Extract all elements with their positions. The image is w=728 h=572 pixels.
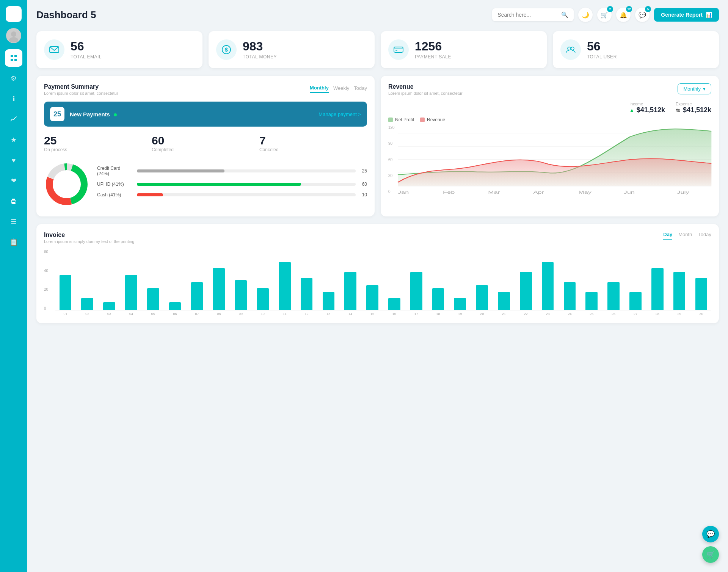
pbar-val-upi: 60 bbox=[359, 182, 367, 187]
x-label-26: 26 bbox=[604, 312, 624, 316]
svg-rect-11 bbox=[12, 199, 15, 201]
sidebar-item-heart[interactable]: ♥ bbox=[5, 152, 22, 169]
pbar-label-upi: UPI ID (41%) bbox=[97, 182, 133, 187]
x-label-22: 22 bbox=[516, 312, 536, 316]
pbar-val-cash: 10 bbox=[359, 192, 367, 197]
bar-27 bbox=[629, 292, 642, 310]
chat-badge: 5 bbox=[645, 6, 651, 12]
tab-day[interactable]: Day bbox=[663, 232, 672, 240]
bar-09 bbox=[235, 280, 247, 310]
bar-01 bbox=[60, 275, 72, 310]
cart-fab-icon: 🛒 bbox=[706, 550, 715, 559]
bar-chart-icon: 📊 bbox=[706, 12, 712, 18]
middle-row: Payment Summary Lorem ipsum dolor sit am… bbox=[36, 76, 719, 216]
x-label-25: 25 bbox=[582, 312, 602, 316]
x-label-05: 05 bbox=[143, 312, 163, 316]
bar-26 bbox=[607, 282, 620, 310]
bar-30 bbox=[695, 278, 708, 310]
bar-18 bbox=[432, 288, 444, 310]
bar-col-08 bbox=[209, 250, 229, 310]
support-fab[interactable]: 💬 bbox=[702, 526, 719, 542]
donut-chart bbox=[44, 161, 89, 207]
income-amount: $41,512k bbox=[637, 106, 665, 114]
revenue-chart-wrap: 120 90 60 30 0 bbox=[388, 125, 711, 209]
pbar-val-credit: 25 bbox=[359, 168, 367, 174]
sidebar-item-print[interactable] bbox=[5, 193, 22, 210]
svg-rect-2 bbox=[10, 15, 13, 18]
bell-button[interactable]: 🔔 12 bbox=[616, 8, 631, 22]
payment-bars: Credit Card (24%) 25 UPI ID (41%) 60 bbox=[97, 166, 367, 203]
y-label-0: 0 bbox=[388, 190, 395, 194]
bar-19 bbox=[454, 298, 466, 310]
avatar[interactable] bbox=[6, 28, 21, 43]
header: Dashboard 5 🔍 🌙 🛒 2 🔔 12 💬 5 Gen bbox=[36, 8, 719, 22]
search-box: 🔍 bbox=[492, 8, 574, 21]
invoice-tabs: Day Month Today bbox=[663, 232, 711, 240]
invoice-info: Invoice Lorem ipsum is simply dummy text… bbox=[44, 232, 134, 244]
sidebar-item-heart2[interactable]: ❤ bbox=[5, 172, 22, 190]
svg-rect-16 bbox=[394, 47, 403, 52]
bar-col-30 bbox=[691, 250, 711, 310]
bar-col-07 bbox=[187, 250, 207, 310]
canceled-number: 7 bbox=[259, 134, 367, 147]
tab-weekly[interactable]: Weekly bbox=[333, 84, 349, 92]
svg-text:$: $ bbox=[225, 47, 228, 53]
bar-col-29 bbox=[669, 250, 689, 310]
x-label-16: 16 bbox=[384, 312, 404, 316]
sidebar-item-menu[interactable]: ☰ bbox=[5, 213, 22, 230]
revenue-dropdown[interactable]: Monthly ▾ bbox=[678, 83, 711, 94]
x-label-23: 23 bbox=[538, 312, 558, 316]
bar-03 bbox=[103, 302, 115, 310]
svg-rect-8 bbox=[11, 59, 13, 61]
x-label-18: 18 bbox=[428, 312, 448, 316]
cart-fab[interactable]: 🛒 bbox=[702, 546, 719, 563]
revenue-chart-inner: 120 90 60 30 0 bbox=[388, 125, 711, 209]
bell-icon: 🔔 bbox=[620, 11, 627, 19]
bar-col-24 bbox=[560, 250, 580, 310]
x-label-03: 03 bbox=[99, 312, 119, 316]
chat-button[interactable]: 💬 5 bbox=[635, 8, 650, 22]
bar-10 bbox=[257, 288, 269, 310]
payment-summary-header: Payment Summary Lorem ipsum dolor sit am… bbox=[44, 83, 367, 96]
x-label-may: May bbox=[578, 190, 592, 194]
sidebar-item-settings[interactable]: ⚙ bbox=[5, 70, 22, 87]
support-icon: 💬 bbox=[706, 530, 715, 538]
svg-point-5 bbox=[9, 37, 18, 42]
bar-col-02 bbox=[77, 250, 97, 310]
sidebar: ⚙ ℹ ★ ♥ ❤ ☰ 📋 bbox=[0, 0, 27, 572]
x-label-20: 20 bbox=[472, 312, 492, 316]
generate-report-label: Generate Report bbox=[661, 12, 703, 18]
bar-col-12 bbox=[297, 250, 317, 310]
sidebar-item-info[interactable]: ℹ bbox=[5, 90, 22, 108]
bar-col-25 bbox=[582, 250, 602, 310]
tab-today[interactable]: Today bbox=[698, 232, 711, 240]
generate-report-button[interactable]: Generate Report 📊 bbox=[654, 8, 719, 22]
tab-today[interactable]: Today bbox=[354, 84, 367, 92]
x-label-13: 13 bbox=[318, 312, 339, 316]
x-label-09: 09 bbox=[231, 312, 251, 316]
sidebar-item-list[interactable]: 📋 bbox=[5, 234, 22, 251]
svg-rect-6 bbox=[11, 55, 13, 57]
x-label-01: 01 bbox=[55, 312, 75, 316]
cart-button[interactable]: 🛒 2 bbox=[597, 8, 612, 22]
search-input[interactable] bbox=[497, 12, 558, 18]
x-label-17: 17 bbox=[406, 312, 426, 316]
tab-month[interactable]: Month bbox=[678, 232, 692, 240]
bar-16 bbox=[388, 298, 400, 310]
invoice-chart-wrap: 60 40 20 0 01020304050607080910111213141… bbox=[44, 250, 711, 316]
sidebar-item-chart[interactable] bbox=[5, 111, 22, 128]
x-label-12: 12 bbox=[297, 312, 317, 316]
bar-col-26 bbox=[604, 250, 624, 310]
manage-payment-link[interactable]: Manage payment > bbox=[318, 111, 361, 117]
cart-badge: 2 bbox=[607, 6, 613, 12]
theme-toggle-button[interactable]: 🌙 bbox=[578, 8, 593, 22]
bar-17 bbox=[410, 272, 422, 310]
sidebar-item-star[interactable]: ★ bbox=[5, 131, 22, 149]
bar-08 bbox=[213, 268, 225, 310]
bar-24 bbox=[564, 282, 576, 310]
x-label-02: 02 bbox=[77, 312, 97, 316]
tab-monthly[interactable]: Monthly bbox=[310, 83, 329, 93]
sidebar-item-grid[interactable] bbox=[5, 49, 22, 67]
x-label-04: 04 bbox=[121, 312, 141, 316]
pbar-label-credit: Credit Card (24%) bbox=[97, 166, 133, 176]
